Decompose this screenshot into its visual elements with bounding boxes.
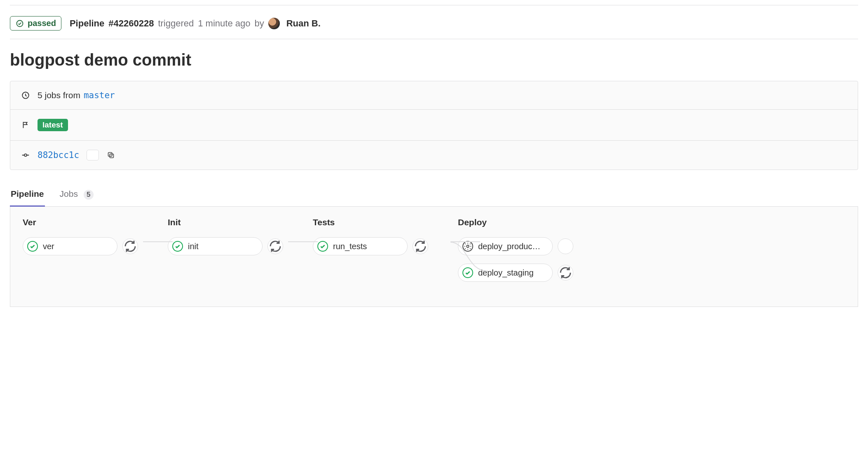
job-run-tests[interactable]: run_tests xyxy=(313,237,408,255)
play-button[interactable] xyxy=(558,238,573,254)
avatar[interactable] xyxy=(268,18,280,29)
pipeline-header-text: Pipeline #42260228 triggered 1 minute ag… xyxy=(70,18,321,29)
branch-link[interactable]: master xyxy=(84,90,115,100)
more-button[interactable] xyxy=(87,150,99,160)
clock-icon xyxy=(21,91,30,100)
top-divider xyxy=(10,5,858,5)
pipeline-graph: Ver ver I xyxy=(10,207,858,307)
job-ver[interactable]: ver xyxy=(23,237,117,255)
retry-button[interactable] xyxy=(122,238,138,254)
info-row-commit: 882bcc1c xyxy=(10,141,858,170)
svg-point-4 xyxy=(92,154,94,156)
job-name: ver xyxy=(43,242,54,251)
retry-button[interactable] xyxy=(267,238,283,254)
stage-title: Init xyxy=(168,217,283,227)
job-name: init xyxy=(188,242,199,251)
stage-ver: Ver ver xyxy=(23,217,138,255)
commit-title: blogpost demo commit xyxy=(10,51,858,69)
tab-jobs[interactable]: Jobs 5 xyxy=(59,185,94,206)
stage-title: Ver xyxy=(23,217,138,227)
latest-badge[interactable]: latest xyxy=(38,119,68,131)
pipeline-header: passed Pipeline #42260228 triggered 1 mi… xyxy=(10,14,858,39)
status-badge-passed[interactable]: passed xyxy=(10,16,61,31)
tab-jobs-label: Jobs xyxy=(60,189,78,198)
by-label: by xyxy=(254,18,264,29)
connector xyxy=(288,241,318,242)
flag-icon xyxy=(21,120,30,130)
stage-tests: Tests run_tests xyxy=(313,217,428,255)
time-ago: 1 minute ago xyxy=(198,18,250,29)
triggered-label: triggered xyxy=(158,18,194,29)
stage-init: Init init xyxy=(168,217,283,255)
retry-button[interactable] xyxy=(558,265,573,281)
check-circle-icon xyxy=(317,241,328,252)
check-circle-icon xyxy=(15,19,24,28)
svg-point-3 xyxy=(89,154,91,156)
job-name: run_tests xyxy=(333,242,367,251)
commit-sha-link[interactable]: 882bcc1c xyxy=(38,150,79,160)
pipeline-word: Pipeline xyxy=(70,18,104,29)
tab-pipeline[interactable]: Pipeline xyxy=(10,185,45,206)
job-row: init xyxy=(168,237,283,255)
info-row-jobs: 5 jobs from master xyxy=(10,81,858,110)
copy-icon[interactable] xyxy=(106,151,115,160)
connector xyxy=(143,241,173,242)
tabs: Pipeline Jobs 5 xyxy=(10,185,858,207)
tab-pipeline-label: Pipeline xyxy=(11,189,44,198)
stage-title: Deploy xyxy=(458,217,573,227)
svg-point-5 xyxy=(94,154,96,156)
check-circle-icon xyxy=(27,241,38,252)
job-row: ver xyxy=(23,237,138,255)
tab-jobs-count: 5 xyxy=(84,190,94,200)
pipeline-info-box: 5 jobs from master latest 882bcc1c xyxy=(10,81,858,170)
info-row-tags: latest xyxy=(10,110,858,141)
stage-title: Tests xyxy=(313,217,428,227)
retry-button[interactable] xyxy=(413,238,428,254)
user-name[interactable]: Ruan B. xyxy=(286,18,321,29)
check-circle-icon xyxy=(172,241,183,252)
svg-point-2 xyxy=(24,154,27,156)
job-row: run_tests xyxy=(313,237,428,255)
header-divider xyxy=(10,39,858,39)
status-label: passed xyxy=(28,19,56,28)
job-init[interactable]: init xyxy=(168,237,263,255)
pipeline-id[interactable]: #42260228 xyxy=(108,18,154,29)
commit-icon xyxy=(21,151,30,160)
jobs-count-text: 5 jobs from xyxy=(38,90,80,100)
connector-curve xyxy=(450,242,488,272)
